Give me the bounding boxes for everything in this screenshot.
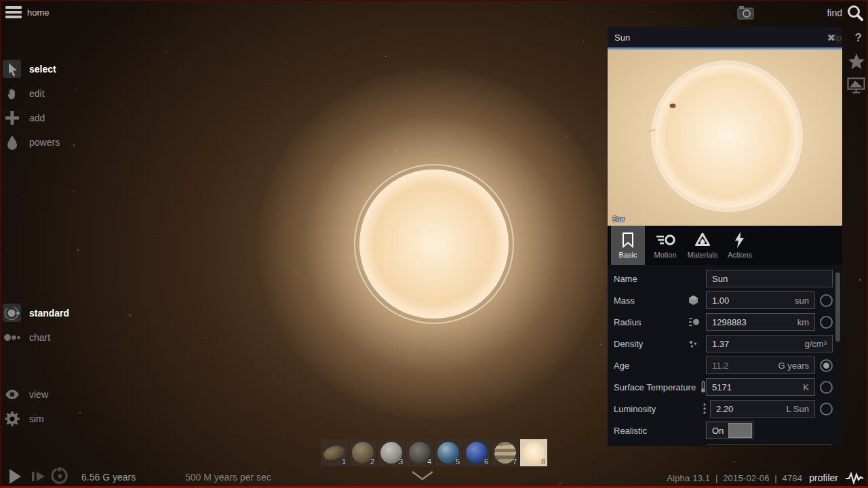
object-palette: 1 2 3 4 5 6 7 8 [321, 439, 547, 466]
realistic-toggle[interactable]: On [706, 422, 753, 439]
reset-simulation-icon[interactable] [50, 466, 69, 485]
name-label: Name [614, 274, 688, 284]
realistic-toggle-state: On [707, 426, 728, 436]
age-lock-radio[interactable] [820, 359, 833, 372]
build-info: Alpha 13.1 | 2015-02-06 | 4784 [667, 473, 802, 483]
menu-sim-label: sim [29, 413, 44, 424]
luminosity-input[interactable]: 2.20 L Sun [710, 400, 815, 418]
palette-item-earth[interactable]: 5 [435, 439, 462, 466]
tab-actions-label: Actions [728, 251, 752, 259]
mass-unit: sun [795, 296, 809, 306]
screenshot-camera-icon[interactable] [737, 5, 754, 20]
tab-motion[interactable]: Motion [648, 226, 682, 265]
radius-value: 1298883 [712, 317, 793, 327]
chevron-down-icon[interactable] [410, 469, 435, 483]
find-control[interactable]: find [827, 4, 864, 22]
tool-add-label: add [29, 113, 45, 123]
mode-chart-label: chart [29, 332, 50, 343]
elapsed-time[interactable]: 6.56 G years [81, 472, 136, 483]
name-value: Sun [712, 274, 827, 284]
mass-value: 1.00 [712, 296, 791, 306]
density-icon [688, 340, 706, 348]
luminosity-icon [688, 403, 710, 414]
surface-temperature-unit: K [803, 382, 809, 392]
dots-row-icon [3, 328, 21, 346]
surface-temperature-input[interactable]: 5171 K [706, 378, 815, 396]
home-button[interactable]: home [27, 7, 50, 18]
cursor-icon [3, 60, 21, 78]
materials-icon [694, 232, 711, 248]
menu-view-label: view [29, 389, 48, 400]
panel-tabs: Basic Motion Materials Actions [608, 226, 842, 265]
mode-standard[interactable]: standard [3, 304, 69, 322]
palette-item-rocky-moon[interactable]: 2 [349, 439, 376, 466]
tool-powers[interactable]: powers [3, 133, 60, 151]
tab-materials-label: Materials [688, 251, 718, 259]
panel-header[interactable]: Sun ✖ [608, 27, 842, 47]
property-row-surface-temperature: Surface Temperature 5171 K [614, 376, 833, 398]
radius-icon [688, 317, 706, 327]
menu-view[interactable]: view [3, 385, 48, 403]
mass-lock-radio[interactable] [820, 294, 833, 307]
tab-basic[interactable]: Basic [611, 226, 645, 265]
profiler-button[interactable]: profiler [809, 472, 838, 483]
radius-label: Radius [614, 317, 688, 327]
bookmark-icon [622, 232, 634, 248]
palette-item-gas-giant[interactable]: 7 [492, 439, 519, 466]
palette-num: 4 [427, 458, 431, 466]
tool-select[interactable]: select [3, 60, 56, 78]
tool-edit[interactable]: edit [3, 84, 45, 102]
radius-input[interactable]: 1298883 km [706, 313, 815, 331]
object-preview[interactable]: Star [608, 49, 842, 226]
preview-sun-image [608, 49, 842, 226]
density-input[interactable]: 1.37 g/cm³ [706, 335, 833, 352]
mode-standard-label: standard [29, 308, 69, 319]
mode-chart[interactable]: chart [3, 328, 50, 346]
separator: | [715, 473, 718, 483]
age-input[interactable]: 11.2 G years [706, 357, 815, 374]
luminosity-unit: L Sun [787, 404, 810, 414]
separator: | [774, 473, 777, 483]
orbit-planet-icon [3, 304, 21, 322]
name-input[interactable]: Sun [706, 270, 833, 287]
palette-num: 3 [399, 458, 403, 466]
status-bar: Alpha 13.1 | 2015-02-06 | 4784 profiler [667, 471, 864, 485]
realistic-label: Realistic [614, 426, 688, 436]
radius-lock-radio[interactable] [820, 316, 833, 329]
luminosity-lock-radio[interactable] [820, 403, 833, 415]
panel-scrollbar-thumb[interactable] [835, 272, 840, 342]
mass-input[interactable]: 1.00 sun [706, 291, 815, 309]
palette-item-cratered-planet[interactable]: 4 [406, 439, 433, 466]
lightning-icon [734, 232, 745, 248]
tool-add[interactable]: add [3, 108, 45, 127]
density-label: Density [614, 339, 688, 349]
play-button[interactable] [8, 468, 22, 485]
hamburger-menu-icon[interactable] [5, 6, 22, 18]
palette-item-asteroid[interactable]: 1 [321, 439, 348, 466]
step-forward-button[interactable] [31, 471, 46, 482]
eye-icon [3, 385, 21, 403]
drop-icon [3, 133, 21, 151]
waveform-icon[interactable] [845, 471, 864, 485]
favorite-star-icon[interactable] [848, 53, 865, 70]
surface-temperature-lock-radio[interactable] [820, 381, 833, 394]
palette-num: 5 [456, 458, 460, 466]
tool-powers-label: powers [29, 137, 60, 148]
palette-item-blue-planet[interactable]: 6 [463, 439, 490, 466]
tab-actions[interactable]: Actions [723, 226, 757, 265]
property-row-realistic: Realistic On [614, 420, 833, 441]
gear-icon [3, 409, 21, 428]
tab-materials[interactable]: Materials [686, 226, 719, 265]
display-monitor-icon[interactable] [847, 77, 865, 94]
tab-motion-label: Motion [654, 251, 676, 259]
density-unit: g/cm³ [805, 339, 827, 349]
menu-sim[interactable]: sim [3, 409, 44, 428]
sun-body[interactable] [351, 161, 517, 327]
palette-item-gray-moon[interactable]: 3 [378, 439, 405, 466]
palette-num: 2 [370, 458, 374, 466]
help-icon[interactable]: ? [855, 31, 862, 45]
time-rate[interactable]: 500 M years per sec [185, 472, 271, 483]
toggle-knob [728, 423, 752, 438]
property-row-radius: Radius 1298883 km [614, 311, 833, 333]
palette-item-star[interactable]: 8 [520, 439, 547, 466]
